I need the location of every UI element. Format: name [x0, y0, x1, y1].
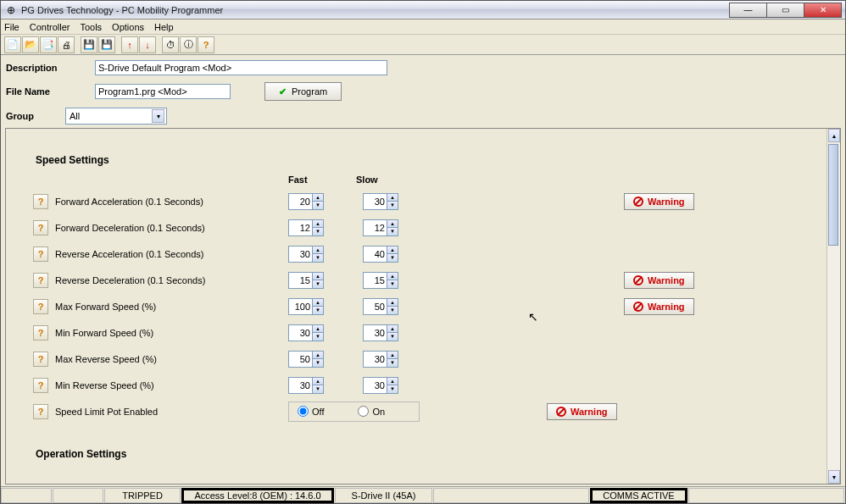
toolbar-saveas-icon[interactable]: 💾 [98, 36, 115, 53]
spin-input[interactable] [288, 377, 312, 394]
spin-input[interactable] [288, 298, 312, 315]
spin-down[interactable]: ▼ [387, 358, 398, 368]
help-icon[interactable]: ? [33, 220, 48, 235]
spin-up[interactable]: ▲ [387, 324, 398, 333]
spin-fast-1: ▲▼ [288, 219, 324, 236]
toolbar-timer-icon[interactable]: ⏱ [162, 36, 179, 53]
menu-tools[interactable]: Tools [80, 22, 102, 32]
program-button[interactable]: ✔ Program [264, 82, 342, 101]
spin-input[interactable] [363, 193, 387, 210]
spin-down[interactable]: ▼ [387, 280, 398, 289]
spin-up[interactable]: ▲ [387, 219, 398, 228]
help-icon[interactable]: ? [33, 273, 48, 288]
spin-down[interactable]: ▼ [312, 201, 324, 210]
spin-down[interactable]: ▼ [312, 280, 324, 289]
spin-input[interactable] [288, 272, 312, 289]
toolbar-print-icon[interactable]: 🖨 [58, 36, 75, 53]
spin-up[interactable]: ▲ [312, 324, 324, 333]
spin-down[interactable]: ▼ [387, 227, 398, 236]
scroll-down-button[interactable]: ▾ [828, 470, 840, 484]
status-tripped: TRIPPED [104, 488, 181, 503]
close-button[interactable]: ✕ [804, 3, 842, 18]
spin-input[interactable] [363, 272, 387, 289]
spin-down[interactable]: ▼ [312, 385, 324, 394]
toolbar-download-icon[interactable]: ↓ [139, 36, 156, 53]
filename-input[interactable] [95, 84, 231, 99]
scroll-thumb[interactable] [828, 144, 838, 246]
minimize-button[interactable]: — [729, 3, 767, 18]
help-icon[interactable]: ? [33, 404, 48, 419]
radio-off-input[interactable] [298, 406, 309, 417]
spin-up[interactable]: ▲ [387, 193, 398, 202]
spin-up[interactable]: ▲ [312, 298, 324, 307]
warning-button[interactable]: Warning [547, 403, 617, 420]
spin-up[interactable]: ▲ [312, 351, 324, 359]
toolbar-save-icon[interactable]: 💾 [81, 36, 97, 53]
spin-up[interactable]: ▲ [312, 246, 324, 254]
param-label-speed-limit: Speed Limit Pot Enabled [55, 407, 288, 417]
warning-button[interactable]: Warning [624, 298, 694, 315]
maximize-button[interactable]: ▭ [766, 3, 804, 18]
spin-up[interactable]: ▲ [312, 193, 324, 202]
titlebar: ⊕ PG Drives Technology - PC Mobility Pro… [1, 1, 845, 19]
help-icon[interactable]: ? [33, 352, 48, 367]
help-icon[interactable]: ? [33, 246, 48, 262]
spin-up[interactable]: ▲ [387, 377, 398, 385]
spin-input[interactable] [363, 351, 387, 368]
spin-up[interactable]: ▲ [312, 219, 324, 228]
spin-input[interactable] [288, 246, 312, 263]
menu-controller[interactable]: Controller [30, 22, 70, 32]
menu-help[interactable]: Help [154, 22, 174, 32]
description-input[interactable] [95, 60, 387, 75]
toolbar-new-icon[interactable]: 📄 [4, 36, 21, 53]
spin-up[interactable]: ▲ [387, 272, 398, 280]
spin-down[interactable]: ▼ [312, 358, 324, 368]
toolbar-info-icon[interactable]: ⓘ [180, 36, 197, 53]
spin-down[interactable]: ▼ [312, 306, 324, 315]
radio-on[interactable]: On [358, 406, 385, 417]
spin-input[interactable] [363, 324, 387, 341]
spin-input[interactable] [288, 193, 312, 210]
toolbar-open-icon[interactable]: 📂 [22, 36, 39, 53]
spin-input[interactable] [363, 246, 387, 263]
spin-input[interactable] [288, 351, 312, 368]
spin-fast-7: ▲▼ [288, 377, 324, 394]
scroll-up-button[interactable]: ▴ [828, 129, 840, 142]
radio-off[interactable]: Off [298, 406, 324, 417]
spin-up[interactable]: ▲ [387, 351, 398, 359]
spin-up[interactable]: ▲ [387, 298, 398, 307]
spin-down[interactable]: ▼ [387, 385, 398, 394]
spin-down[interactable]: ▼ [387, 201, 398, 210]
spin-down[interactable]: ▼ [312, 332, 324, 341]
radio-on-input[interactable] [358, 406, 369, 417]
toolbar-help-icon[interactable]: ? [198, 36, 214, 53]
spin-down[interactable]: ▼ [312, 253, 324, 263]
spin-slow-1: ▲▼ [363, 219, 398, 236]
help-icon[interactable]: ? [33, 299, 48, 314]
check-icon: ✔ [279, 86, 287, 97]
vertical-scrollbar[interactable]: ▴ ▾ [827, 129, 840, 484]
spin-input[interactable] [288, 324, 312, 341]
spin-up[interactable]: ▲ [312, 272, 324, 280]
param-label: Reverse Deceleration (0.1 Seconds) [55, 275, 288, 285]
warning-button[interactable]: Warning [624, 272, 694, 289]
spin-down[interactable]: ▼ [387, 253, 398, 263]
spin-input[interactable] [363, 219, 387, 236]
warning-button[interactable]: Warning [624, 193, 694, 210]
spin-down[interactable]: ▼ [387, 332, 398, 341]
help-icon[interactable]: ? [33, 325, 48, 341]
menu-file[interactable]: File [4, 22, 19, 32]
menu-options[interactable]: Options [112, 22, 144, 32]
help-icon[interactable]: ? [33, 194, 48, 209]
spin-down[interactable]: ▼ [387, 306, 398, 315]
toolbar-compare-icon[interactable]: 📑 [40, 36, 57, 53]
help-icon[interactable]: ? [33, 378, 48, 393]
spin-up[interactable]: ▲ [387, 246, 398, 254]
group-dropdown[interactable]: All ▾ [65, 108, 167, 125]
spin-input[interactable] [363, 298, 387, 315]
spin-down[interactable]: ▼ [312, 227, 324, 236]
spin-input[interactable] [288, 219, 312, 236]
spin-up[interactable]: ▲ [312, 377, 324, 385]
spin-input[interactable] [363, 377, 387, 394]
toolbar-upload-icon[interactable]: ↑ [121, 36, 138, 53]
